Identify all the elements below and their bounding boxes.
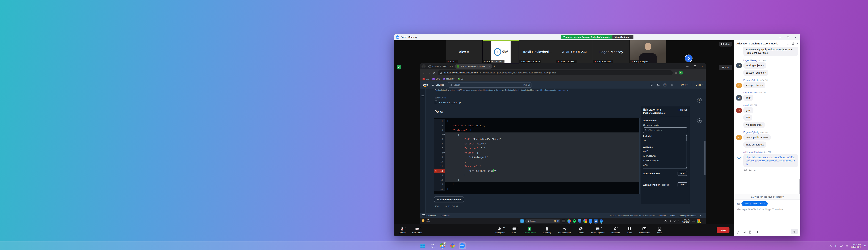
weather-widget[interactable]: 73°FSunny <box>422 219 430 222</box>
terms-link[interactable]: Terms <box>670 215 675 217</box>
leave-button[interactable]: Leave <box>717 227 730 233</box>
bookmark-vpc[interactable]: VVPC <box>432 78 440 80</box>
region-selector[interactable]: Ohio <box>681 84 688 86</box>
cast-tray-icon[interactable] <box>840 245 843 247</box>
bookmark-star-icon[interactable]: ☆ <box>675 71 677 74</box>
participant-tile-khoji-yusupov[interactable]: Khoji Yusupov <box>630 40 666 63</box>
participant-tile-irakli-davlasheridze[interactable]: Irakli Davlasheri...Irakli Davlasheridze <box>519 40 556 63</box>
notifications-tray-icon[interactable] <box>692 220 695 222</box>
view-layout-button[interactable]: View <box>719 42 732 46</box>
microphone-tray-icon[interactable] <box>834 245 837 247</box>
toolbar-apps-button[interactable]: Apps <box>627 226 632 234</box>
screenshot-icon[interactable] <box>755 230 758 234</box>
cloudshell-icon[interactable] <box>650 84 653 87</box>
next-participants-button[interactable] <box>685 55 692 62</box>
add-resource-button[interactable]: Add <box>678 171 687 176</box>
shared-taskbar-word-icon[interactable]: W <box>594 219 598 223</box>
cookie-preferences-link[interactable]: Cookie preferences <box>679 215 696 217</box>
toolbar-summary-button[interactable]: Summary <box>542 226 551 234</box>
tab-search-chevron-icon[interactable] <box>422 64 426 68</box>
bookmark-s3[interactable]: SS3 <box>458 78 463 80</box>
shared-taskbar-edge-icon[interactable] <box>599 219 603 223</box>
start-button[interactable] <box>521 219 524 223</box>
close-button[interactable]: × <box>795 36 797 38</box>
shared-taskbar-chrome-icon[interactable] <box>567 219 571 223</box>
participant-tile-adil-usufzai[interactable]: ADIL USUFZAIADIL USUFZAI <box>556 40 593 63</box>
cast-tray-icon[interactable] <box>673 220 676 222</box>
add-reaction-icon[interactable] <box>749 168 752 171</box>
browser-minimize-button[interactable] <box>686 65 689 67</box>
copy-icon[interactable] <box>435 101 437 104</box>
help-icon[interactable]: ? <box>663 84 666 87</box>
filter-services-input[interactable] <box>643 127 687 133</box>
service-item[interactable]: Access Analyzer <box>643 168 687 168</box>
shared-taskbar-shield-icon[interactable] <box>578 219 582 223</box>
toolbar-chat-button[interactable]: Chat <box>512 226 517 234</box>
chat-scrollbar[interactable] <box>799 179 800 194</box>
toolbar-reactions-button[interactable]: Reactions <box>611 226 621 234</box>
message-input[interactable]: Message AtlasTech Coaching's Zoom Me... <box>737 208 798 211</box>
security-shield-icon[interactable]: ✓ <box>397 65 401 69</box>
taskbar-start-button[interactable] <box>419 242 426 249</box>
tray-expand-icon[interactable] <box>664 220 667 223</box>
back-button[interactable]: ← <box>423 71 425 74</box>
site-settings-icon[interactable] <box>440 72 442 74</box>
address-bar[interactable]: us-east-2.console.aws.amazon.com/s3/buck… <box>438 70 673 75</box>
taskbar-chrome-icon[interactable]: A <box>439 242 446 249</box>
toolbar-share-screen-button[interactable]: Share Screen <box>523 226 536 234</box>
participant-tile-alex-a[interactable]: Alex AAlex A <box>446 40 482 63</box>
shared-taskbar-spotify-icon[interactable] <box>572 219 576 223</box>
toolbar-show-captions-button[interactable]: CCShow Captions <box>591 226 605 234</box>
minimize-button[interactable] <box>779 36 781 38</box>
aws-logo[interactable]: aws <box>423 83 428 87</box>
service-item[interactable]: S3 <box>643 138 687 143</box>
chat-popout-icon[interactable] <box>792 42 795 45</box>
maximize-button[interactable] <box>787 36 789 38</box>
recipient-selector[interactable]: Meeting Group Chat <box>741 201 768 206</box>
microphone-tray-icon[interactable] <box>669 220 672 222</box>
add-condition-button[interactable]: Add <box>678 182 687 187</box>
more-actions-icon[interactable]: … <box>754 168 756 171</box>
add-comment-icon[interactable] <box>744 168 747 171</box>
aws-search-input[interactable]: Search [Alt+S] <box>448 82 532 88</box>
emoji-icon[interactable] <box>743 230 746 234</box>
toolbar-participants-button[interactable]: 12Participants <box>494 226 505 234</box>
chevron-down-icon[interactable] <box>761 231 762 233</box>
service-item[interactable]: API Gateway V2 <box>643 158 687 163</box>
toolbar-record-button[interactable]: Record <box>578 226 585 234</box>
toolbar-whiteboards-button[interactable]: Whiteboards <box>638 226 650 234</box>
toolbar-unmute-button[interactable]: Unmute <box>398 226 406 234</box>
bookmark-iam[interactable]: IIAM <box>423 78 429 80</box>
sign-in-button[interactable]: Sign in <box>719 65 732 70</box>
browser-menu-icon[interactable]: ⋮ <box>685 71 687 74</box>
notifications-bell-icon[interactable] <box>657 84 660 87</box>
add-new-statement-button[interactable]: +Add new statement <box>434 196 464 202</box>
tab-close-icon[interactable]: × <box>489 65 490 67</box>
shared-clock[interactable]: 8:45 PM9/17/2024 <box>682 219 690 223</box>
hamburger-menu-icon[interactable] <box>422 95 424 98</box>
services-scrollbar[interactable] <box>686 134 687 168</box>
forward-button[interactable]: → <box>428 71 431 74</box>
shared-taskbar-taskview-icon[interactable] <box>562 219 566 223</box>
browser-profile-avatar[interactable]: G <box>679 71 683 74</box>
info-panel-icon[interactable]: i <box>697 98 702 103</box>
browser-tab[interactable]: Chapter 9 - AWS.pdf× <box>427 64 455 69</box>
shared-taskbar-photos-icon[interactable] <box>583 219 587 223</box>
view-options-button[interactable]: View Options <box>613 35 633 39</box>
tray-expand-icon[interactable] <box>829 245 832 248</box>
remove-statement-button[interactable]: Remove <box>678 108 687 111</box>
shared-taskbar-zoom-icon[interactable]: zm <box>589 219 592 223</box>
service-item[interactable]: AMP <box>643 149 687 154</box>
speaker-tray-icon[interactable] <box>678 220 681 222</box>
new-tab-button[interactable]: + <box>494 65 495 68</box>
learn-more-link[interactable]: Learn more <box>557 89 566 91</box>
taskbar-search-box[interactable]: Search <box>525 219 560 223</box>
chat-link[interactable]: https://docs.aws.amazon.com/AmazonS3/lat… <box>746 156 795 165</box>
participant-tile-atlastech-coaching[interactable]: ATLASTECHAtlasTech Coaching <box>483 40 519 63</box>
taskbar-search-icon[interactable] <box>429 242 436 249</box>
who-can-see-bar[interactable]: Who can see your messages? <box>734 194 800 200</box>
participant-tile-logan-massey[interactable]: Logan MasseyLogan Massey <box>593 40 629 63</box>
browser-tab[interactable]: Edit bucket policy - S3 bucket s× <box>455 64 492 69</box>
privacy-link[interactable]: Privacy <box>659 215 665 217</box>
tab-close-icon[interactable]: × <box>452 65 453 67</box>
